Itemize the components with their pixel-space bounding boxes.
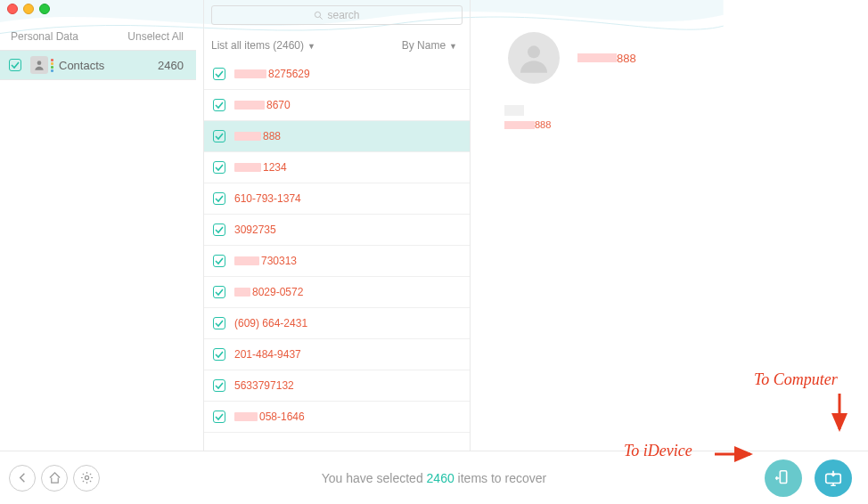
redacted-text: [504, 121, 535, 129]
contact-label: 058-1646: [259, 411, 305, 423]
redacted-text: [234, 288, 250, 297]
contact-label: 8670: [266, 99, 291, 111]
checkbox-icon[interactable]: [213, 192, 225, 205]
sidebar-item-label: Contacts: [59, 59, 104, 72]
contact-list-panel: search List all items (2460)▼ By Name▼ 8…: [203, 0, 471, 504]
checkbox-icon[interactable]: [213, 68, 225, 80]
sidebar-item-contacts[interactable]: Contacts 2460: [0, 50, 196, 80]
checkbox-icon[interactable]: [213, 255, 225, 267]
home-button[interactable]: [41, 465, 68, 492]
svg-rect-5: [780, 470, 786, 483]
contacts-icon: [30, 56, 48, 74]
redacted-text: [234, 412, 258, 421]
redacted-text: [234, 163, 261, 172]
minimize-window-button[interactable]: [23, 4, 34, 14]
search-placeholder: search: [327, 9, 359, 21]
color-bars-icon: [51, 59, 53, 72]
contact-row[interactable]: 8029-0572: [204, 277, 470, 308]
contact-row[interactable]: 730313: [204, 246, 470, 277]
contact-row[interactable]: 1234: [204, 152, 470, 183]
list-filter-dropdown[interactable]: List all items (2460)▼: [211, 39, 315, 52]
contact-row[interactable]: 8670: [204, 90, 470, 121]
sort-dropdown[interactable]: By Name▼: [402, 39, 457, 52]
contact-row[interactable]: 201-484-9437: [204, 339, 470, 370]
contact-row[interactable]: 5633797132: [204, 370, 470, 402]
checkbox-icon[interactable]: [213, 99, 225, 111]
contact-row[interactable]: 8275629: [204, 59, 470, 90]
contact-list: 827562986708881234610-793-13743092735730…: [204, 59, 470, 433]
sidebar-title: Personal Data: [11, 30, 78, 43]
contact-label: 201-484-9437: [234, 348, 301, 361]
contact-label: 730313: [261, 255, 297, 267]
contact-label: 3092735: [234, 224, 276, 236]
svg-point-1: [315, 12, 321, 17]
contact-label: 8029-0572: [252, 286, 303, 298]
checkbox-icon[interactable]: [213, 161, 225, 174]
status-text: You have selected 2460 items to recover: [322, 471, 546, 485]
checkbox-icon[interactable]: [9, 59, 21, 71]
recover-to-computer-button[interactable]: [815, 459, 852, 497]
window-controls: [7, 4, 50, 14]
back-button[interactable]: [9, 465, 36, 492]
contact-detail-panel: 888 888: [499, 32, 749, 130]
checkbox-icon[interactable]: [213, 348, 225, 361]
sidebar: Personal Data Unselect All Contacts 2460: [0, 20, 196, 80]
contact-label: 8275629: [268, 68, 310, 80]
contact-row[interactable]: 888: [204, 121, 470, 152]
search-icon: [314, 11, 323, 20]
field-label: [504, 105, 524, 116]
contact-label: (609) 664-2431: [234, 317, 307, 329]
contact-label: 5633797132: [234, 379, 294, 392]
checkbox-icon[interactable]: [213, 286, 225, 298]
zoom-window-button[interactable]: [39, 4, 50, 14]
contact-row[interactable]: 610-793-1374: [204, 183, 470, 215]
redacted-text: [234, 132, 261, 141]
svg-line-2: [320, 16, 323, 19]
redacted-text: [234, 69, 266, 78]
svg-point-0: [37, 61, 42, 65]
checkbox-icon[interactable]: [213, 224, 225, 236]
annotation-to-computer: To Computer: [754, 370, 838, 389]
arrow-icon: [829, 392, 850, 436]
contact-row[interactable]: 3092735: [204, 215, 470, 246]
contact-avatar: [508, 32, 560, 84]
checkbox-icon[interactable]: [213, 411, 225, 423]
settings-button[interactable]: [73, 465, 100, 492]
contact-label: 1234: [263, 161, 287, 174]
contact-phone: 888: [504, 119, 749, 130]
contact-row[interactable]: 058-1646: [204, 402, 470, 433]
contact-row[interactable]: (609) 664-2431: [204, 308, 470, 339]
checkbox-icon[interactable]: [213, 130, 225, 142]
close-window-button[interactable]: [7, 4, 18, 14]
sidebar-item-count: 2460: [158, 59, 184, 72]
recover-to-device-button[interactable]: [765, 459, 802, 497]
search-input[interactable]: search: [211, 5, 463, 25]
svg-point-4: [85, 476, 88, 479]
chevron-down-icon: ▼: [307, 42, 315, 51]
contact-name: 888: [577, 52, 636, 65]
redacted-text: [234, 256, 259, 265]
checkbox-icon[interactable]: [213, 379, 225, 392]
chevron-down-icon: ▼: [449, 42, 457, 51]
bottom-toolbar: You have selected 2460 items to recover: [0, 451, 868, 504]
redacted-text: [577, 53, 617, 62]
unselect-all-link[interactable]: Unselect All: [127, 30, 184, 43]
checkbox-icon[interactable]: [213, 317, 225, 329]
svg-point-3: [528, 45, 540, 58]
contact-label: 888: [263, 130, 281, 142]
contact-label: 610-793-1374: [234, 192, 301, 205]
redacted-text: [234, 101, 265, 110]
